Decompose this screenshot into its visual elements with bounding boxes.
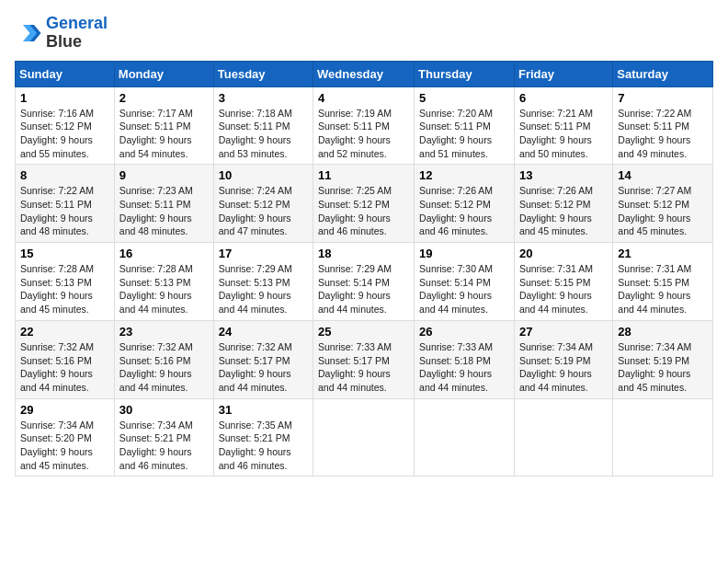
day-number: 24 (219, 325, 308, 339)
calendar-cell: 31Sunrise: 7:35 AMSunset: 5:21 PMDayligh… (213, 398, 313, 477)
calendar-cell: 5Sunrise: 7:20 AMSunset: 5:11 PMDaylight… (415, 86, 515, 165)
cell-info: Sunrise: 7:31 AMSunset: 5:15 PMDaylight:… (519, 263, 593, 315)
calendar-cell: 16Sunrise: 7:28 AMSunset: 5:13 PMDayligh… (114, 243, 213, 321)
cell-info: Sunrise: 7:33 AMSunset: 5:18 PMDaylight:… (419, 341, 493, 393)
cell-info: Sunrise: 7:31 AMSunset: 5:15 PMDaylight:… (618, 263, 691, 315)
day-number: 23 (119, 325, 209, 339)
day-number: 2 (119, 91, 209, 105)
day-number: 3 (219, 91, 308, 105)
calendar-cell: 25Sunrise: 7:33 AMSunset: 5:17 PMDayligh… (313, 320, 415, 398)
calendar-cell: 13Sunrise: 7:26 AMSunset: 5:12 PMDayligh… (514, 165, 612, 243)
calendar-cell: 22Sunrise: 7:32 AMSunset: 5:16 PMDayligh… (16, 320, 115, 398)
header-monday: Monday (114, 61, 213, 86)
day-number: 15 (20, 247, 109, 260)
calendar-cell: 14Sunrise: 7:27 AMSunset: 5:12 PMDayligh… (613, 165, 713, 243)
day-number: 30 (119, 403, 209, 417)
calendar-cell: 19Sunrise: 7:30 AMSunset: 5:14 PMDayligh… (415, 243, 515, 321)
cell-info: Sunrise: 7:34 AMSunset: 5:19 PMDaylight:… (618, 341, 691, 393)
header-sunday: Sunday (16, 61, 115, 86)
day-number: 1 (20, 91, 109, 105)
calendar-cell: 11Sunrise: 7:25 AMSunset: 5:12 PMDayligh… (313, 165, 415, 243)
cell-info: Sunrise: 7:22 AMSunset: 5:11 PMDaylight:… (618, 108, 691, 159)
cell-info: Sunrise: 7:32 AMSunset: 5:17 PMDaylight:… (219, 341, 292, 393)
cell-info: Sunrise: 7:28 AMSunset: 5:13 PMDaylight:… (20, 263, 94, 315)
cell-info: Sunrise: 7:30 AMSunset: 5:14 PMDaylight:… (419, 263, 493, 315)
calendar-week-row: 8Sunrise: 7:22 AMSunset: 5:11 PMDaylight… (16, 165, 713, 243)
cell-info: Sunrise: 7:24 AMSunset: 5:12 PMDaylight:… (219, 185, 292, 236)
calendar-cell: 30Sunrise: 7:34 AMSunset: 5:21 PMDayligh… (114, 398, 213, 477)
day-number: 28 (618, 325, 708, 339)
calendar-cell: 12Sunrise: 7:26 AMSunset: 5:12 PMDayligh… (415, 165, 515, 243)
cell-info: Sunrise: 7:16 AMSunset: 5:12 PMDaylight:… (20, 108, 94, 159)
day-number: 13 (519, 168, 608, 182)
day-number: 10 (219, 168, 308, 182)
calendar-cell: 24Sunrise: 7:32 AMSunset: 5:17 PMDayligh… (213, 320, 313, 398)
day-number: 26 (419, 325, 509, 339)
cell-info: Sunrise: 7:23 AMSunset: 5:11 PMDaylight:… (119, 185, 193, 236)
cell-info: Sunrise: 7:27 AMSunset: 5:12 PMDaylight:… (618, 185, 691, 236)
cell-info: Sunrise: 7:26 AMSunset: 5:12 PMDaylight:… (519, 185, 593, 236)
calendar-cell: 10Sunrise: 7:24 AMSunset: 5:12 PMDayligh… (213, 165, 313, 243)
logo-text: GeneralBlue (46, 15, 108, 52)
calendar-table: SundayMondayTuesdayWednesdayThursdayFrid… (15, 61, 713, 477)
day-number: 27 (519, 325, 608, 339)
calendar-week-row: 15Sunrise: 7:28 AMSunset: 5:13 PMDayligh… (16, 243, 713, 321)
calendar-cell: 27Sunrise: 7:34 AMSunset: 5:19 PMDayligh… (514, 320, 612, 398)
cell-info: Sunrise: 7:34 AMSunset: 5:19 PMDaylight:… (519, 341, 593, 393)
calendar-cell: 17Sunrise: 7:29 AMSunset: 5:13 PMDayligh… (213, 243, 313, 321)
day-number: 31 (219, 403, 308, 417)
cell-info: Sunrise: 7:34 AMSunset: 5:21 PMDaylight:… (119, 419, 193, 471)
day-number: 14 (618, 168, 708, 182)
calendar-cell: 6Sunrise: 7:21 AMSunset: 5:11 PMDaylight… (514, 86, 612, 165)
day-number: 8 (20, 168, 109, 182)
calendar-cell: 2Sunrise: 7:17 AMSunset: 5:11 PMDaylight… (114, 86, 213, 165)
cell-info: Sunrise: 7:28 AMSunset: 5:13 PMDaylight:… (119, 263, 193, 315)
calendar-cell: 26Sunrise: 7:33 AMSunset: 5:18 PMDayligh… (415, 320, 515, 398)
cell-info: Sunrise: 7:18 AMSunset: 5:11 PMDaylight:… (219, 108, 292, 159)
calendar-cell: 29Sunrise: 7:34 AMSunset: 5:20 PMDayligh… (16, 398, 115, 477)
calendar-week-row: 1Sunrise: 7:16 AMSunset: 5:12 PMDaylight… (16, 86, 713, 165)
cell-info: Sunrise: 7:25 AMSunset: 5:12 PMDaylight:… (318, 185, 392, 236)
day-number: 4 (318, 91, 409, 105)
calendar-cell (313, 398, 415, 477)
day-number: 6 (519, 91, 608, 105)
day-number: 19 (419, 247, 509, 260)
calendar-cell (514, 398, 612, 477)
calendar-cell: 9Sunrise: 7:23 AMSunset: 5:11 PMDaylight… (114, 165, 213, 243)
calendar-header-row: SundayMondayTuesdayWednesdayThursdayFrid… (16, 61, 713, 86)
cell-info: Sunrise: 7:20 AMSunset: 5:11 PMDaylight:… (419, 108, 493, 159)
day-number: 16 (119, 247, 209, 260)
cell-info: Sunrise: 7:17 AMSunset: 5:11 PMDaylight:… (119, 108, 193, 159)
cell-info: Sunrise: 7:35 AMSunset: 5:21 PMDaylight:… (219, 419, 292, 471)
cell-info: Sunrise: 7:32 AMSunset: 5:16 PMDaylight:… (20, 341, 94, 393)
calendar-week-row: 29Sunrise: 7:34 AMSunset: 5:20 PMDayligh… (16, 398, 713, 477)
calendar-cell: 3Sunrise: 7:18 AMSunset: 5:11 PMDaylight… (213, 86, 313, 165)
cell-info: Sunrise: 7:32 AMSunset: 5:16 PMDaylight:… (119, 341, 193, 393)
day-number: 7 (618, 91, 708, 105)
calendar-cell: 21Sunrise: 7:31 AMSunset: 5:15 PMDayligh… (613, 243, 713, 321)
cell-info: Sunrise: 7:21 AMSunset: 5:11 PMDaylight:… (519, 108, 593, 159)
calendar-cell (613, 398, 713, 477)
calendar-cell: 4Sunrise: 7:19 AMSunset: 5:11 PMDaylight… (313, 86, 415, 165)
day-number: 22 (20, 325, 109, 339)
header-saturday: Saturday (613, 61, 713, 86)
cell-info: Sunrise: 7:34 AMSunset: 5:20 PMDaylight:… (20, 419, 94, 471)
logo-icon (15, 19, 42, 47)
day-number: 17 (219, 247, 308, 260)
calendar-cell: 7Sunrise: 7:22 AMSunset: 5:11 PMDaylight… (613, 86, 713, 165)
header-friday: Friday (514, 61, 612, 86)
calendar-cell: 8Sunrise: 7:22 AMSunset: 5:11 PMDaylight… (16, 165, 115, 243)
header-tuesday: Tuesday (213, 61, 313, 86)
day-number: 20 (519, 247, 608, 260)
cell-info: Sunrise: 7:33 AMSunset: 5:17 PMDaylight:… (318, 341, 392, 393)
calendar-cell: 15Sunrise: 7:28 AMSunset: 5:13 PMDayligh… (16, 243, 115, 321)
page-header: GeneralBlue (15, 15, 713, 52)
day-number: 18 (318, 247, 409, 260)
calendar-cell: 20Sunrise: 7:31 AMSunset: 5:15 PMDayligh… (514, 243, 612, 321)
day-number: 11 (318, 168, 409, 182)
header-thursday: Thursday (415, 61, 515, 86)
cell-info: Sunrise: 7:29 AMSunset: 5:14 PMDaylight:… (318, 263, 392, 315)
day-number: 29 (20, 403, 109, 417)
day-number: 25 (318, 325, 409, 339)
day-number: 5 (419, 91, 509, 105)
